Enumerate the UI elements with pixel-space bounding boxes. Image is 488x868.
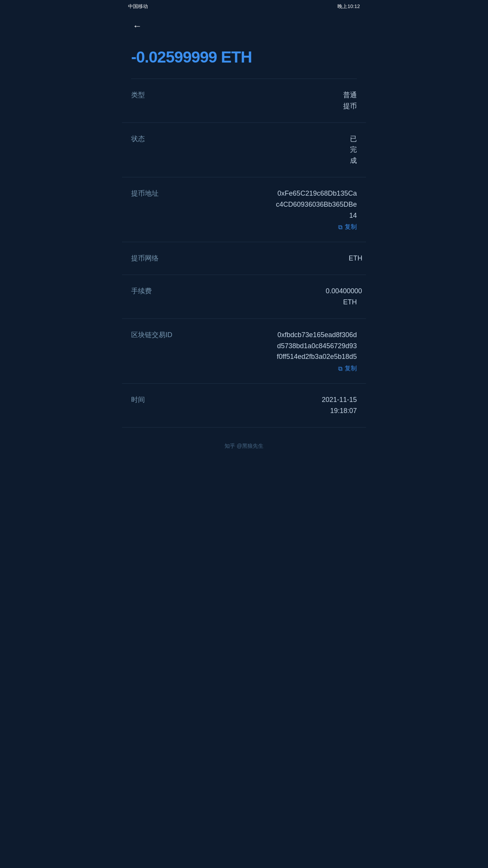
copy-label: 复制 — [345, 223, 357, 231]
detail-label: 类型 — [131, 90, 145, 100]
detail-value-text: 0xFe65C219c68Db135Cac4CD60936036Bb365DBe… — [276, 188, 357, 221]
copy-label: 复制 — [345, 365, 357, 373]
detail-value-col: 已完成 — [336, 133, 357, 166]
time-text: 晚上10:12 — [337, 3, 360, 10]
copy-icon: ⧉ — [338, 224, 342, 231]
copy-button[interactable]: ⧉复制 — [338, 223, 357, 231]
detail-value-text: ETH — [348, 253, 357, 264]
detail-row: 状态已完成 — [122, 123, 366, 177]
detail-value-col: 普通提币 — [329, 90, 357, 112]
detail-row: 手续费0.00400000 ETH — [122, 275, 366, 319]
amount-section: -0.02599999 ETH — [122, 39, 366, 79]
detail-value-col: 0.00400000 ETH — [305, 286, 357, 308]
details-container: 类型普通提币状态已完成提币地址0xFe65C219c68Db135Cac4CD6… — [122, 79, 366, 428]
detail-value-col: 2021-11-15 19:18:07 — [293, 394, 357, 416]
detail-row: 类型普通提币 — [122, 79, 366, 123]
back-button[interactable]: ← — [131, 19, 143, 33]
carrier-text: 中国移动 — [128, 3, 148, 10]
detail-label: 提币网络 — [131, 253, 159, 263]
copy-icon: ⧉ — [338, 365, 342, 372]
detail-row: 提币网络ETH — [122, 242, 366, 275]
detail-value-text: 0.00400000 ETH — [326, 286, 357, 308]
detail-row: 提币地址0xFe65C219c68Db135Cac4CD60936036Bb36… — [122, 177, 366, 242]
detail-value-text: 已完成 — [345, 133, 357, 166]
detail-label: 时间 — [131, 394, 145, 404]
detail-value-text: 0xfbdcb73e165ead8f306dd5738bd1a0c8456729… — [276, 330, 357, 362]
detail-row: 时间2021-11-15 19:18:07 — [122, 384, 366, 428]
detail-value-col: 0xFe65C219c68Db135Cac4CD60936036Bb365DBe… — [222, 188, 357, 231]
detail-row: 区块链交易ID0xfbdcb73e165ead8f306dd5738bd1a0c… — [122, 319, 366, 384]
amount-value: -0.02599999 ETH — [131, 48, 357, 66]
status-bar: 中国移动 晚上10:12 — [122, 0, 366, 13]
detail-value-text: 2021-11-15 19:18:07 — [319, 394, 357, 416]
detail-value-col: 0xfbdcb73e165ead8f306dd5738bd1a0c8456729… — [222, 330, 357, 373]
detail-value-col: ETH — [343, 253, 357, 264]
detail-label: 状态 — [131, 133, 145, 143]
detail-label: 提币地址 — [131, 188, 159, 198]
detail-label: 区块链交易ID — [131, 330, 172, 339]
detail-label: 手续费 — [131, 286, 152, 296]
copy-button[interactable]: ⧉复制 — [338, 365, 357, 373]
page-header: ← — [122, 13, 366, 39]
detail-value-text: 普通提币 — [340, 90, 357, 112]
footer-brand: 知乎 @黑狼先生 — [122, 428, 366, 459]
